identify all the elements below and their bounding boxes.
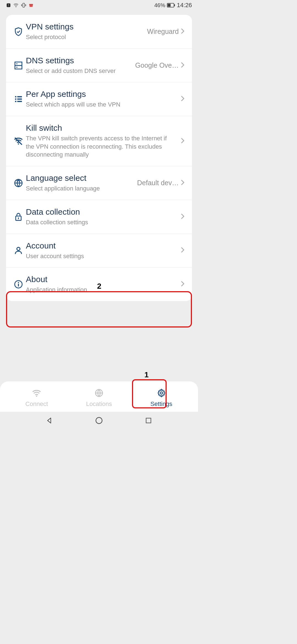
svg-rect-13 <box>17 96 22 97</box>
row-title: Kill switch <box>26 123 177 133</box>
nfc-badge-icon: ! <box>6 3 11 8</box>
row-title: About <box>26 275 177 284</box>
row-subtitle: Application information <box>26 286 177 294</box>
vibrate-icon <box>21 3 26 8</box>
row-title: Language select <box>26 173 135 183</box>
row-value: Wireguard <box>147 28 179 36</box>
row-title: VPN settings <box>26 22 145 31</box>
svg-text:!: ! <box>8 4 9 7</box>
info-icon <box>14 280 23 290</box>
back-button[interactable] <box>45 416 54 425</box>
row-dns-settings[interactable]: DNS settings Select or add custom DNS se… <box>6 48 192 82</box>
bottom-nav: Connect Locations Settings <box>0 381 198 412</box>
shield-check-icon <box>14 27 23 37</box>
svg-point-10 <box>16 63 17 64</box>
battery-icon <box>167 3 175 7</box>
row-subtitle: User account settings <box>26 252 177 260</box>
svg-rect-15 <box>17 99 22 100</box>
row-data-collection[interactable]: Data collection Data collection settings <box>6 200 192 234</box>
chevron-right-icon <box>181 213 185 220</box>
svg-point-2 <box>16 7 16 7</box>
wifi-icon <box>13 3 19 7</box>
nav-label: Connect <box>25 400 48 408</box>
system-nav-bar <box>0 412 198 429</box>
row-subtitle: Data collection settings <box>26 218 177 227</box>
annotation-1: 1 <box>144 370 149 379</box>
chevron-right-icon <box>181 62 185 69</box>
svg-point-16 <box>15 101 16 102</box>
row-subtitle: Select protocol <box>26 33 145 41</box>
svg-rect-6 <box>168 4 171 7</box>
home-button[interactable] <box>94 416 104 425</box>
svg-rect-17 <box>17 101 22 102</box>
row-subtitle: Select or add custom DNS server <box>26 67 133 75</box>
row-subtitle: Select application language <box>26 184 135 193</box>
globe-icon <box>94 388 104 399</box>
person-icon <box>14 246 23 256</box>
chevron-right-icon <box>181 138 185 145</box>
row-value: Google Ove… <box>135 61 179 69</box>
svg-point-18 <box>18 143 19 144</box>
row-title: Per App settings <box>26 89 177 99</box>
nav-label: Locations <box>86 400 112 408</box>
row-value: Default dev… <box>137 179 179 187</box>
row-kill-switch[interactable]: Kill switch The VPN kill switch prevents… <box>6 116 192 166</box>
lock-icon <box>14 212 23 223</box>
row-language-select[interactable]: Language select Select application langu… <box>6 166 192 200</box>
wifi-icon <box>32 388 41 399</box>
svg-rect-3 <box>23 3 25 7</box>
nav-settings[interactable]: Settings <box>144 388 179 408</box>
svg-point-14 <box>15 99 16 100</box>
status-bar: ! 46% 14:26 <box>0 0 198 10</box>
svg-rect-7 <box>174 4 175 6</box>
nav-connect[interactable]: Connect <box>19 388 54 408</box>
chevron-right-icon <box>181 247 185 254</box>
globe-icon <box>14 178 23 189</box>
svg-point-30 <box>160 392 163 394</box>
recents-button[interactable] <box>144 416 153 425</box>
row-subtitle: Select which apps will use the VPN <box>26 100 177 109</box>
svg-rect-4 <box>29 4 33 5</box>
nav-locations[interactable]: Locations <box>81 388 117 408</box>
row-account[interactable]: Account User account settings <box>6 234 192 268</box>
svg-point-24 <box>17 247 20 250</box>
svg-point-31 <box>96 417 102 424</box>
svg-rect-32 <box>146 418 151 423</box>
list-icon <box>14 94 23 105</box>
svg-point-28 <box>36 395 37 397</box>
clock-time: 14:26 <box>177 2 192 9</box>
svg-point-12 <box>15 96 16 97</box>
svg-point-26 <box>18 282 19 283</box>
app-notification-icon <box>29 3 34 8</box>
battery-percent: 46% <box>154 2 165 9</box>
chevron-right-icon <box>181 281 185 288</box>
nav-label: Settings <box>150 400 172 408</box>
chevron-right-icon <box>181 28 185 35</box>
chevron-right-icon <box>181 179 185 187</box>
svg-rect-27 <box>18 284 19 286</box>
row-title: DNS settings <box>26 56 133 65</box>
row-title: Account <box>26 241 177 250</box>
svg-point-11 <box>16 67 17 68</box>
row-title: Data collection <box>26 207 177 217</box>
settings-list: VPN settings Select protocol Wireguard D… <box>6 15 192 301</box>
row-per-app-settings[interactable]: Per App settings Select which apps will … <box>6 82 192 116</box>
row-about[interactable]: About Application information <box>6 267 192 301</box>
chevron-right-icon <box>181 95 185 103</box>
svg-rect-23 <box>18 218 19 219</box>
wifi-off-icon <box>14 137 23 147</box>
gear-icon <box>157 388 166 399</box>
server-icon <box>14 61 23 71</box>
row-vpn-settings[interactable]: VPN settings Select protocol Wireguard <box>6 15 192 48</box>
row-subtitle: The VPN kill switch prevents access to t… <box>26 134 177 159</box>
